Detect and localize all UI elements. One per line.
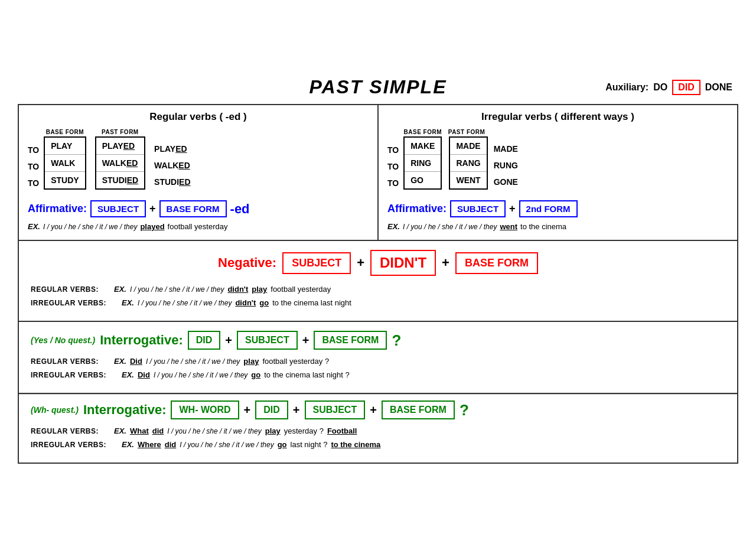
irr-extra-gone: GONE (494, 174, 518, 190)
interr-wh-irregular-label: IRREGULAR VERBS: (31, 441, 106, 449)
regular-extra-played: PLAYED (154, 141, 190, 157)
irregular-base-label: BASE FORM (403, 129, 442, 135)
main-content: Regular verbs ( -ed ) TO TO TO BASE FORM… (18, 104, 738, 464)
irr-past-went: WENT (450, 172, 486, 188)
interr-wh-subject-box: SUBJECT (305, 400, 366, 419)
title-row: PAST SIMPLE Auxiliary: DO DID DONE (12, 70, 744, 104)
interr-yes-ex-label-2: EX. (122, 370, 134, 379)
regular-verb-table: TO TO TO BASE FORM PLAY WALK STUDY (28, 129, 369, 191)
regular-extra-walked: WALKED (154, 157, 190, 174)
regular-base-form-group: BASE FORM PLAY WALK STUDY (44, 129, 86, 190)
regular-past-box: PLAYED WALKED STUDIED (95, 136, 145, 190)
negative-aux-1: didn't (227, 285, 248, 294)
interr-wh-verb-1: play (265, 426, 281, 435)
interr-wh-verb-2: go (278, 440, 287, 449)
aux-did: DID (672, 80, 700, 95)
irregular-base-box: MAKE RING GO (403, 136, 442, 190)
irregular-ex-subjects: I / you / he / she / it / we / they (403, 223, 497, 231)
interr-wh-subjects-1: I / you / he / she / it / we / they (167, 427, 261, 435)
negative-irregular-label: IRREGULAR VERBS: (31, 299, 106, 307)
regular-past-studied: STUDIED (96, 172, 144, 188)
irr-base-go: GO (405, 172, 441, 188)
irregular-to-1: TO (387, 142, 401, 158)
irregular-to-3: TO (387, 175, 401, 191)
interr-yes-regular-row: REGULAR VERBS: EX. Did I / you / he / sh… (31, 357, 725, 366)
interr-yes-did-box: DID (188, 331, 221, 350)
irregular-ex-rest: to the cinema (520, 222, 566, 231)
irregular-verb-table: TO TO TO BASE FORM MAKE RING GO (387, 129, 728, 191)
aux-done: DONE (705, 82, 732, 93)
irregular-2ndform-box: 2nd FORM (519, 200, 578, 217)
interr-wh-plus2: + (293, 403, 300, 417)
interr-wh-regular-row: REGULAR VERBS: EX. What did I / you / he… (31, 426, 725, 435)
regular-to-1: TO (28, 142, 41, 158)
interrogative-wh-section: (Wh- quest.) Interrogative: WH- WORD + D… (19, 394, 737, 463)
irr-past-rang: RANG (450, 155, 486, 172)
irr-past-made: MADE (450, 138, 486, 155)
irr-base-ring: RING (405, 155, 441, 172)
regular-base-label: BASE FORM (44, 129, 86, 135)
interr-wh-ex-label-1: EX. (114, 426, 126, 435)
interr-wh-prefix: (Wh- quest.) (31, 405, 79, 415)
interr-yes-subjects-2: I / you / he / she / it / we / they (154, 371, 247, 379)
negative-subjects-2: I / you / he / she / it / we / they (138, 299, 232, 307)
regular-ex-verb: played (140, 222, 164, 231)
regular-to-2: TO (28, 158, 41, 175)
negative-label: Negative: (218, 255, 276, 271)
negative-subjects-1: I / you / he / she / it / we / they (130, 285, 224, 294)
regular-affirmative-row: Affirmative: SUBJECT + BASE FORM -ed (28, 200, 369, 217)
interr-wh-ex-label-2: EX. (122, 440, 134, 449)
interr-wh-word-box: WH- WORD (171, 400, 239, 419)
negative-aux-2: didn't (235, 298, 256, 307)
negative-regular-label: REGULAR VERBS: (31, 285, 99, 294)
regular-past-walked: WALKED (96, 155, 144, 172)
regular-ex-rest: football yesterday (168, 222, 228, 231)
interr-wh-subjects-2: I / you / he / she / it / we / they (180, 441, 273, 449)
interr-wh-qmark: ? (460, 401, 469, 419)
interr-yes-rest-1: football yesterday ? (262, 357, 329, 366)
interrogative-wh-formula: (Wh- quest.) Interrogative: WH- WORD + D… (31, 400, 725, 419)
interrogative-yes-section: (Yes / No quest.) Interrogative: DID + S… (19, 322, 737, 394)
interr-wh-rest-1: yesterday ? (284, 426, 324, 435)
interr-yes-irregular-label: IRREGULAR VERBS: (31, 371, 106, 379)
negative-baseform-box: BASE FORM (455, 252, 538, 274)
interr-yes-regular-label: REGULAR VERBS: (31, 357, 99, 366)
negative-rest-2: to the cinema last night (272, 298, 351, 307)
interr-yes-plus1: + (225, 334, 232, 347)
regular-base-study: STUDY (45, 172, 84, 188)
interr-yes-subject-box: SUBJECT (237, 331, 298, 350)
negative-rest-1: football yesterday (271, 285, 331, 294)
main-title: PAST SIMPLE (309, 76, 447, 98)
irregular-to-2: TO (387, 158, 401, 175)
interr-wh-plus3: + (370, 403, 377, 417)
irr-extra-made: MADE (494, 141, 518, 157)
interr-wh-plus1: + (244, 403, 251, 417)
irregular-aff-label: Affirmative: (387, 203, 447, 215)
top-section: Regular verbs ( -ed ) TO TO TO BASE FORM… (19, 105, 737, 241)
regular-base-walk: WALK (45, 155, 84, 172)
negative-ex-label-2: EX. (122, 298, 134, 307)
regular-header: Regular verbs ( -ed ) (28, 111, 369, 123)
interr-wh-label: Interrogative: (83, 402, 167, 418)
interr-wh-answer-2: to the cinema (331, 440, 380, 449)
interr-yes-label: Interrogative: (100, 333, 183, 348)
regular-past-form-group: PAST FORM PLAYED WALKED STUDIED (95, 129, 145, 190)
auxiliary-area: Auxiliary: DO DID DONE (605, 80, 732, 95)
interr-wh-baseform-box: BASE FORM (382, 400, 455, 419)
irregular-verbs-col: Irregular verbs ( different ways ) TO TO… (379, 105, 737, 240)
regular-extra-past: PLAYED WALKED STUDIED (154, 141, 190, 190)
interr-wh-answer-1: Football (327, 426, 357, 435)
regular-verbs-col: Regular verbs ( -ed ) TO TO TO BASE FORM… (19, 105, 379, 240)
interr-yes-aux-1: Did (130, 357, 142, 366)
regular-baseform-box: BASE FORM (159, 200, 227, 217)
negative-verb-2: go (259, 298, 269, 307)
interr-yes-ex-label-1: EX. (114, 357, 126, 366)
regular-ed-suffix: -ed (230, 201, 250, 217)
interr-yes-verb-1: play (243, 357, 259, 366)
irregular-past-form-group: PAST FORM MADE RANG WENT (445, 129, 487, 190)
interr-yes-plus2: + (302, 334, 309, 347)
regular-base-play: PLAY (45, 138, 84, 155)
regular-plus: + (149, 203, 156, 215)
aux-do: DO (653, 82, 667, 93)
interrogative-yes-formula: (Yes / No quest.) Interrogative: DID + S… (31, 331, 725, 350)
